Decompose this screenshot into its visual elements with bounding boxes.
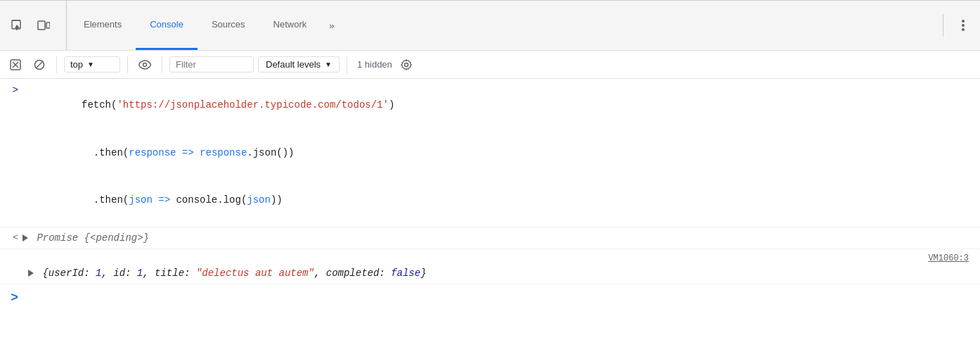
result-object: {userId: 1, id: 1, title: "delectus aut … <box>28 265 974 281</box>
expand-triangle[interactable] <box>22 232 37 244</box>
svg-rect-2 <box>46 23 50 28</box>
svg-point-12 <box>404 63 408 66</box>
console-result-line: VM1060:3 {userId: 1, id: 1, title: "dele… <box>0 249 980 285</box>
tab-elements[interactable]: Elements <box>70 1 136 50</box>
toolbar-divider-2 <box>127 56 128 73</box>
tab-bar-right <box>937 14 974 37</box>
tab-console[interactable]: Console <box>136 1 198 50</box>
devtools-panel: Elements Console Sources Network » <box>0 0 980 352</box>
filter-input[interactable] <box>169 56 254 73</box>
tab-more-btn[interactable]: » <box>321 1 342 50</box>
promise-content: Promise {<pending>} <box>22 230 974 246</box>
eye-icon-btn[interactable] <box>135 55 155 75</box>
block-icon-btn[interactable] <box>30 55 49 75</box>
cursor-icon-btn[interactable] <box>6 14 28 37</box>
fetch-command-content: fetch('https://jsonplaceholder.typicode.… <box>22 82 974 224</box>
toolbar-divider-4 <box>347 56 347 73</box>
toolbar-divider-1 <box>56 56 57 73</box>
svg-line-10 <box>36 61 43 68</box>
tab-sources[interactable]: Sources <box>198 1 259 50</box>
tabs-container: Elements Console Sources Network » <box>70 1 937 50</box>
tab-network[interactable]: Network <box>259 1 321 50</box>
vm-ref: VM1060:3 <box>6 252 974 265</box>
svg-point-4 <box>962 24 965 27</box>
log-levels-dropdown[interactable]: Default levels ▼ <box>258 56 340 73</box>
tab-bar: Elements Console Sources Network » <box>0 1 980 51</box>
console-prompt-line: > <box>0 284 980 311</box>
console-output: > fetch('https://jsonplaceholder.typicod… <box>0 79 980 352</box>
result-triangle[interactable] <box>28 268 42 279</box>
svg-point-3 <box>962 20 965 23</box>
settings-icon-btn[interactable] <box>396 55 416 75</box>
chevron-down-icon: ▼ <box>87 61 94 68</box>
result-prefix <box>11 265 28 266</box>
promise-prefix: < <box>6 230 22 246</box>
prompt-prefix: > <box>6 287 22 308</box>
divider <box>943 14 943 37</box>
hidden-count: 1 hidden <box>357 59 392 70</box>
toolbar-divider-3 <box>162 56 162 73</box>
console-input[interactable] <box>22 292 974 303</box>
tab-bar-icons <box>6 1 67 50</box>
svg-point-5 <box>962 28 965 31</box>
result-content-row: {userId: 1, id: 1, title: "delectus aut … <box>6 265 974 281</box>
input-prefix: > <box>6 82 22 98</box>
clear-console-icon-btn[interactable] <box>6 55 25 75</box>
svg-point-11 <box>143 63 147 66</box>
context-selector[interactable]: top ▼ <box>64 56 120 73</box>
svg-rect-1 <box>38 21 45 30</box>
more-options-icon-btn[interactable] <box>952 14 974 37</box>
promise-output-line: < Promise {<pending>} <box>0 227 980 249</box>
device-mode-icon-btn[interactable] <box>32 14 55 37</box>
levels-chevron-icon: ▼ <box>325 61 332 68</box>
console-input-line: > fetch('https://jsonplaceholder.typicod… <box>0 79 980 227</box>
console-toolbar: top ▼ Default levels ▼ 1 hidden <box>0 51 980 79</box>
